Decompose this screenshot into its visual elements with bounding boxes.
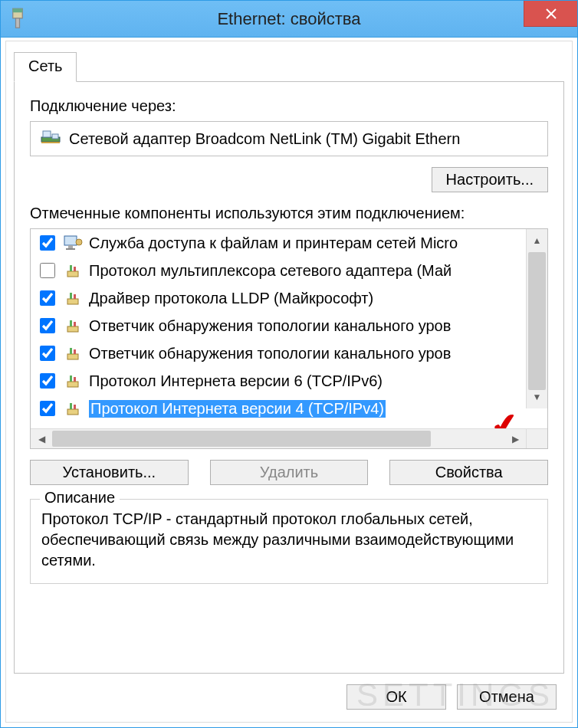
protocol-icon xyxy=(63,372,83,389)
scroll-corner xyxy=(526,428,547,448)
svg-rect-8 xyxy=(41,142,60,143)
svg-rect-27 xyxy=(74,377,76,382)
close-icon xyxy=(546,8,557,19)
tab-strip: Сеть xyxy=(14,52,564,82)
scroll-down-icon[interactable]: ▼ xyxy=(527,385,547,408)
svg-rect-10 xyxy=(68,245,73,248)
svg-rect-6 xyxy=(43,131,51,137)
scroll-right-icon[interactable]: ▶ xyxy=(504,429,526,448)
svg-rect-1 xyxy=(13,8,23,12)
svg-rect-23 xyxy=(70,348,72,354)
svg-rect-17 xyxy=(70,293,72,299)
window-title: Ethernet: свойства xyxy=(1,9,577,29)
adapter-display[interactable]: Сетевой адаптер Broadcom NetLink (TM) Gi… xyxy=(30,121,548,156)
list-item[interactable]: Драйвер протокола LLDP (Майкрософт) xyxy=(31,284,526,312)
component-checkbox[interactable] xyxy=(40,346,55,361)
svg-rect-30 xyxy=(74,405,76,409)
horizontal-scroll-thumb[interactable] xyxy=(52,431,431,447)
component-checkbox[interactable] xyxy=(40,401,55,416)
tab-network[interactable]: Сеть xyxy=(14,52,77,82)
scroll-up-icon[interactable]: ▲ xyxy=(527,229,547,252)
vertical-scroll-thumb[interactable] xyxy=(528,252,546,390)
svg-rect-29 xyxy=(70,403,72,409)
component-checkbox[interactable] xyxy=(40,235,55,251)
list-item[interactable]: Протокол Интернета версии 6 (TCP/IPv6) xyxy=(31,367,526,395)
svg-rect-18 xyxy=(74,294,76,299)
properties-dialog: Ethernet: свойства Сеть Подключение чере… xyxy=(0,0,578,728)
svg-rect-26 xyxy=(70,375,72,382)
dialog-body: Сеть Подключение через: Сетевой адаптер … xyxy=(5,41,573,723)
list-item[interactable]: Протокол Интернета версии 4 (TCP/IPv4) xyxy=(31,395,526,422)
svg-rect-24 xyxy=(74,349,76,354)
properties-button[interactable]: Свойства xyxy=(389,460,548,485)
protocol-icon xyxy=(63,290,83,307)
svg-rect-25 xyxy=(67,382,78,387)
component-label: Ответчик обнаружения топологии канальног… xyxy=(89,345,451,362)
svg-point-12 xyxy=(76,239,82,245)
computer-icon xyxy=(63,234,83,251)
svg-rect-14 xyxy=(70,265,72,271)
install-button[interactable]: Установить... xyxy=(30,460,189,485)
svg-rect-11 xyxy=(66,248,75,250)
cancel-button[interactable]: Отмена xyxy=(457,684,557,710)
component-label: Ответчик обнаружения топологии канальног… xyxy=(89,317,451,335)
ok-button[interactable]: ОК xyxy=(346,684,446,710)
ethernet-icon xyxy=(10,8,25,30)
components-listbox: Служба доступа к файлам и принтерам сете… xyxy=(30,228,548,449)
list-item[interactable]: Протокол мультиплексора сетевого адаптер… xyxy=(31,257,526,284)
titlebar: Ethernet: свойства xyxy=(1,1,577,38)
component-label: Протокол мультиплексора сетевого адаптер… xyxy=(89,262,452,280)
component-label: Драйвер протокола LLDP (Майкрософт) xyxy=(89,290,373,307)
adapter-name: Сетевой адаптер Broadcom NetLink (TM) Gi… xyxy=(69,130,460,148)
description-text: Протокол TCP/IP - стандартный протокол г… xyxy=(41,509,537,571)
list-item[interactable]: Ответчик обнаружения топологии канальног… xyxy=(31,312,526,339)
close-button[interactable] xyxy=(524,1,577,27)
tab-panel-network: Подключение через: Сетевой адаптер Broad… xyxy=(14,81,564,674)
svg-rect-21 xyxy=(74,322,76,326)
svg-rect-7 xyxy=(52,134,58,139)
svg-rect-9 xyxy=(64,236,77,245)
description-legend: Описание xyxy=(40,489,120,507)
description-group: Описание Протокол TCP/IP - стандартный п… xyxy=(30,499,548,584)
components-label: Отмеченные компоненты используются этим … xyxy=(30,205,548,222)
protocol-icon xyxy=(63,400,83,417)
component-label: Протокол Интернета версии 4 (TCP/IPv4) xyxy=(89,400,386,418)
component-label: Протокол Интернета версии 6 (TCP/IPv6) xyxy=(89,372,383,390)
scroll-left-icon[interactable]: ◀ xyxy=(31,429,52,448)
component-checkbox[interactable] xyxy=(40,318,55,333)
protocol-icon xyxy=(63,262,83,279)
svg-rect-28 xyxy=(67,409,78,415)
svg-rect-19 xyxy=(67,326,78,332)
list-item[interactable]: Ответчик обнаружения топологии канальног… xyxy=(31,339,526,367)
uninstall-button: Удалить xyxy=(210,460,369,485)
component-checkbox[interactable] xyxy=(40,373,55,389)
connect-using-label: Подключение через: xyxy=(30,97,548,115)
svg-rect-20 xyxy=(70,320,72,326)
component-checkbox[interactable] xyxy=(40,290,55,306)
client-area: Сеть Подключение через: Сетевой адаптер … xyxy=(1,38,577,727)
vertical-scrollbar[interactable]: ▲ ▼ xyxy=(526,229,547,408)
svg-rect-22 xyxy=(67,354,78,359)
horizontal-scrollbar[interactable]: ◀ ▶ xyxy=(31,428,547,448)
protocol-icon xyxy=(63,317,83,334)
list-item[interactable]: Служба доступа к файлам и принтерам сете… xyxy=(31,229,526,257)
svg-rect-2 xyxy=(16,18,20,28)
svg-rect-16 xyxy=(67,299,78,304)
component-checkbox[interactable] xyxy=(40,263,55,278)
protocol-icon xyxy=(63,345,83,362)
component-label: Служба доступа к файлам и принтерам сете… xyxy=(89,234,458,252)
svg-rect-15 xyxy=(74,267,76,271)
network-adapter-icon xyxy=(40,130,61,148)
svg-rect-13 xyxy=(67,271,78,277)
configure-button[interactable]: Настроить... xyxy=(432,167,548,192)
